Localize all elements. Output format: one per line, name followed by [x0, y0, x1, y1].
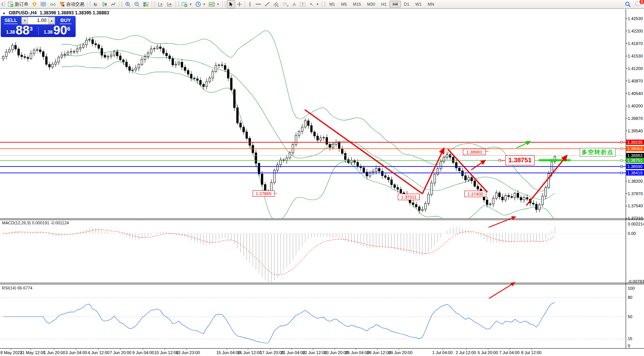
volume-input[interactable]: 1.00	[28, 17, 48, 24]
zoom-out-button[interactable]	[132, 0, 141, 8]
green-breakout-line[interactable]	[539, 159, 571, 161]
text-label-icon: T	[300, 2, 306, 7]
bar-chart-button[interactable]	[92, 0, 100, 8]
time-tick: 22 Jun 12:00	[303, 350, 327, 355]
timeframe-d1[interactable]: D1	[401, 1, 412, 8]
toolbar-drag-handle[interactable]	[4, 2, 5, 7]
price-annotation[interactable]: 1.37311	[398, 194, 420, 200]
sell-price[interactable]: 1.38883	[1, 25, 38, 37]
tile-windows-button[interactable]	[141, 0, 151, 8]
notification-count: 1	[639, 0, 644, 4]
time-tick: 16 Jun 12:00	[237, 350, 262, 355]
horizontal-line-button[interactable]	[254, 0, 263, 8]
price-annotation[interactable]: 1.38751	[505, 155, 535, 165]
new-chart-icon	[182, 2, 188, 7]
indicator-axis-label: -0.007831	[628, 279, 644, 284]
chart-symbol-period: GBPUSD-,H4	[9, 10, 37, 16]
vertical-line-button[interactable]	[246, 0, 254, 8]
price-tick: 1.39870	[628, 116, 643, 121]
mt4-window: { "toolbar": { "new_order_label": "新订单",…	[0, 0, 644, 356]
price-badge: 1.38883	[626, 153, 644, 158]
time-tick: 17 Jun 20:00	[260, 350, 284, 355]
time-tick: 7 Jul 04:00	[499, 350, 520, 355]
timeframe-m5[interactable]: M5	[338, 1, 350, 8]
bollinger-upper	[62, 31, 555, 191]
price-tick: 1.41870	[628, 41, 643, 46]
zoom-in-button[interactable]	[123, 0, 132, 8]
cn-turning-point-note[interactable]: 多空转折点	[580, 148, 616, 157]
line-chart-button[interactable]	[109, 0, 118, 8]
time-tick: 25 Jun 04:00	[345, 350, 369, 355]
arrows-tool-icon	[309, 2, 315, 7]
candlestick-chart-button[interactable]	[100, 0, 109, 8]
price-annotation[interactable]: 1.37402	[464, 191, 486, 197]
timeframe-h4[interactable]: H4	[390, 1, 401, 8]
text-button[interactable]: A	[290, 0, 298, 8]
chart-surface[interactable]	[0, 0, 644, 356]
time-tick: 29 Jun 20:00	[388, 350, 413, 355]
price-tick: 1.37540	[628, 204, 643, 208]
time-tick: 1 Jul 04:00	[432, 350, 453, 355]
terminal-icon	[40, 2, 47, 7]
price-annotation[interactable]: 1.37865	[253, 190, 275, 197]
text-label-button[interactable]: T	[298, 0, 307, 8]
new-chart-button[interactable]: ▼	[180, 0, 194, 8]
equidistant-channel-button[interactable]: E	[272, 0, 281, 8]
gem-button[interactable]	[30, 0, 39, 8]
indicator-axis-label: 0	[628, 344, 630, 348]
indicator-axis-label: 100	[628, 286, 635, 291]
arrows-tool-button[interactable]: ▼	[307, 0, 321, 8]
chart-shift-icon	[167, 2, 173, 7]
candlestick-chart-icon	[102, 2, 107, 7]
timeframe-m15[interactable]: M15	[350, 1, 364, 8]
vertical-line-icon	[248, 2, 252, 7]
trendline-icon	[264, 2, 270, 7]
line-chart-icon	[110, 2, 116, 7]
chart-shift-button[interactable]	[165, 0, 174, 8]
svg-text:E: E	[277, 5, 279, 7]
equidistant-channel-icon: E	[273, 2, 279, 7]
trendline-button[interactable]	[263, 0, 272, 8]
buy-price[interactable]: 1.38906	[39, 25, 76, 37]
cursor-button[interactable]	[227, 0, 235, 8]
autotrading-button[interactable]: 自动交易	[57, 0, 86, 8]
timeframe-h1[interactable]: H1	[378, 1, 390, 8]
rsi-label: RSI(14) 66.6774	[2, 286, 33, 290]
auto-scroll-button[interactable]	[156, 0, 165, 8]
price-tick: 1.37210	[628, 216, 643, 221]
price-badge: 1.38590	[626, 164, 644, 169]
timeframe-m1[interactable]: M1	[326, 1, 338, 8]
rsi-pane	[0, 298, 626, 343]
new-order-icon	[8, 1, 14, 7]
price-badge: 1.39235	[626, 140, 644, 145]
signal-button[interactable]	[48, 0, 57, 8]
svg-text:F: F	[287, 5, 289, 7]
timeframe-mn[interactable]: MN	[425, 1, 437, 8]
chart-title: ▲ GBPUSD-,H4 1.38396 1.38893 1.38395 1.3…	[2, 10, 109, 16]
price-tick: 1.40200	[628, 104, 643, 108]
collapse-panel-icon[interactable]: ▲	[2, 11, 6, 15]
arrows-dropdown-icon: ▼	[316, 3, 319, 6]
search-icon[interactable]	[625, 1, 631, 8]
timeframe-w1[interactable]: W1	[412, 1, 425, 8]
price-annotation[interactable]: 1.38983	[463, 149, 486, 155]
indicators-button[interactable]: ▼	[207, 0, 221, 8]
horizontal-line-icon	[255, 2, 261, 7]
svg-text:T: T	[301, 3, 304, 6]
fibonacci-button[interactable]: F	[281, 0, 290, 8]
time-tick: 1 Jun 20:00	[43, 350, 65, 355]
bar-chart-icon	[93, 2, 99, 7]
price-tick: 1.37870	[628, 191, 643, 196]
terminal-button[interactable]	[39, 0, 48, 8]
price-tick: 1.39540	[628, 129, 643, 133]
price-tick: 1.42200	[628, 29, 643, 33]
zoom-in-icon	[125, 1, 131, 7]
time-tick: 23 Jun 20:00	[324, 350, 348, 355]
timeframe-m30[interactable]: M30	[364, 1, 378, 8]
new-order-button[interactable]: 新订单	[6, 0, 30, 8]
periods-dropdown-icon: ▼	[203, 3, 206, 6]
crosshair-button[interactable]	[235, 0, 244, 8]
periods-button[interactable]: ▼	[194, 0, 207, 8]
notifications-button[interactable]: 1	[635, 1, 642, 8]
indicator-axis-label: 0.002214	[628, 222, 644, 226]
